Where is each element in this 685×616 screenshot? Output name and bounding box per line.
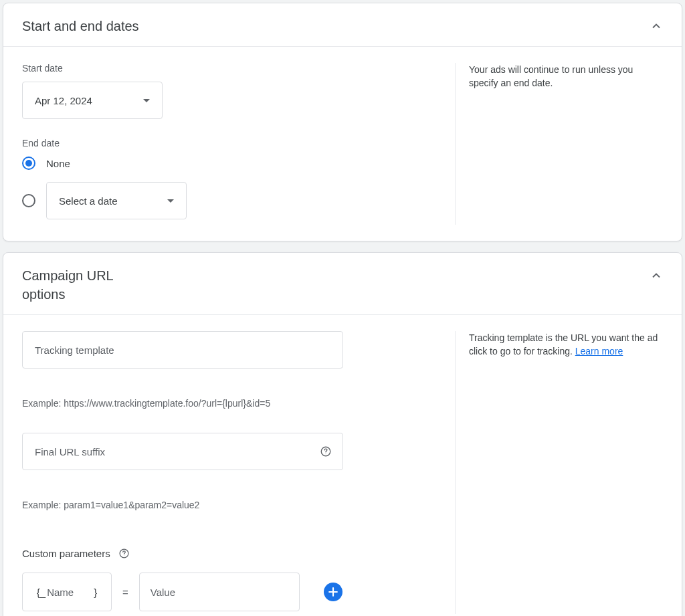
add-parameter-button[interactable]	[324, 583, 342, 601]
param-name-placeholder: Name	[47, 587, 74, 598]
custom-param-name-input[interactable]: {_ Name }	[22, 573, 112, 611]
card-header: Start and end dates	[3, 3, 682, 47]
help-icon[interactable]	[320, 445, 332, 457]
url-help-text: Tracking template is the URL you want th…	[469, 332, 658, 356]
end-date-label: End date	[22, 138, 436, 148]
final-url-suffix-placeholder: Final URL suffix	[35, 446, 105, 457]
custom-parameters-label: Custom parameters	[22, 548, 110, 559]
param-value-placeholder: Value	[151, 587, 175, 598]
brace-close: }	[94, 587, 97, 598]
collapse-icon[interactable]	[650, 266, 663, 282]
tracking-template-input[interactable]: Tracking template	[22, 331, 343, 369]
dropdown-icon	[143, 99, 150, 102]
start-date-picker[interactable]: Apr 12, 2024	[22, 82, 163, 119]
brace-open: {_	[37, 587, 45, 598]
url-options-card: Campaign URL options Tracking template E…	[3, 252, 682, 616]
end-date-select-radio[interactable]	[22, 194, 35, 207]
card-header: Campaign URL options	[3, 253, 682, 315]
card-title-dates: Start and end dates	[22, 17, 139, 35]
tracking-template-example: Example: https://www.trackingtemplate.fo…	[22, 398, 436, 409]
final-url-suffix-example: Example: param1=value1&param2=value2	[22, 500, 436, 510]
start-date-value: Apr 12, 2024	[35, 95, 92, 106]
end-date-picker[interactable]: Select a date	[46, 182, 187, 219]
collapse-icon[interactable]	[650, 17, 663, 33]
svg-point-1	[326, 453, 326, 454]
svg-point-3	[124, 556, 124, 556]
end-date-none-label: None	[46, 158, 70, 169]
learn-more-link[interactable]: Learn more	[575, 346, 623, 356]
dropdown-icon	[167, 199, 174, 203]
custom-param-value-input[interactable]: Value	[139, 573, 300, 611]
end-date-placeholder: Select a date	[59, 195, 118, 207]
final-url-suffix-input[interactable]: Final URL suffix	[22, 433, 343, 470]
start-end-dates-card: Start and end dates Start date Apr 12, 2…	[3, 3, 682, 241]
start-date-label: Start date	[22, 63, 436, 74]
tracking-template-placeholder: Tracking template	[35, 344, 114, 356]
help-icon[interactable]	[118, 548, 130, 559]
dates-help-text: Your ads will continue to run unless you…	[469, 64, 633, 88]
end-date-none-radio[interactable]	[22, 157, 35, 170]
equals-sign: =	[120, 587, 131, 598]
card-title-url: Campaign URL options	[22, 266, 129, 304]
